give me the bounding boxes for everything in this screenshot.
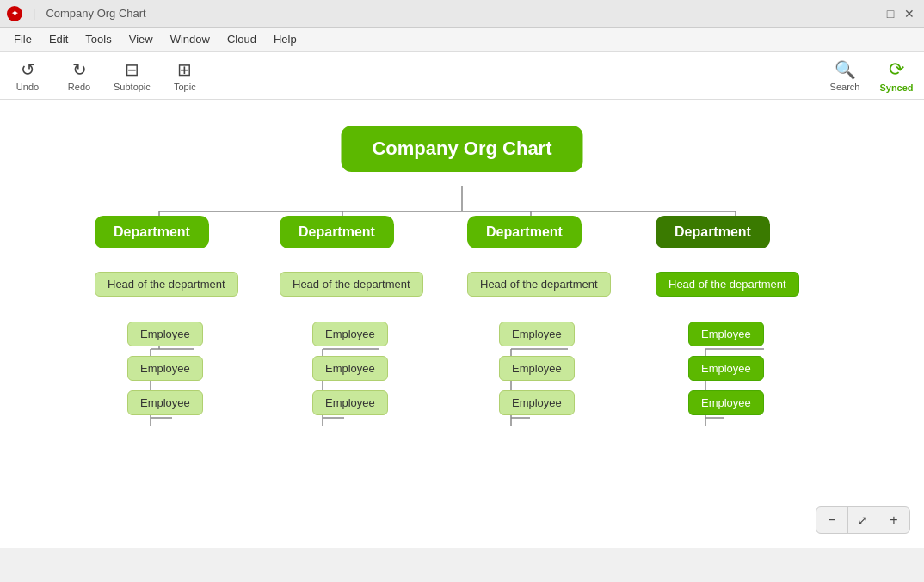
emp-3-1[interactable]: Employee	[499, 322, 575, 346]
menu-file[interactable]: File	[7, 31, 39, 47]
zoom-fit-icon: ⤢	[858, 513, 868, 527]
topic-icon: ⊞	[177, 59, 192, 80]
canvas[interactable]: Company Org Chart Department Department …	[0, 100, 924, 548]
topic-label: Topic	[174, 82, 196, 92]
subtopic-icon: ⊟	[125, 59, 139, 80]
menu-view[interactable]: View	[122, 31, 160, 47]
head-node-4[interactable]: Head of the department	[656, 272, 799, 297]
undo-icon: ↺	[21, 59, 35, 80]
title-bar: ✦ | Company Org Chart — □ ✕	[0, 0, 924, 28]
emp-4-2[interactable]: Employee	[688, 356, 764, 381]
emp-2-1[interactable]: Employee	[312, 322, 388, 346]
synced-icon: ⟳	[889, 58, 904, 81]
undo-label: Undo	[16, 82, 39, 92]
subtopic-label: Subtopic	[114, 82, 151, 92]
menu-help[interactable]: Help	[267, 31, 304, 47]
window-controls: — □ ✕	[864, 6, 917, 21]
undo-button[interactable]: ↺ Undo	[10, 59, 45, 92]
menu-window[interactable]: Window	[163, 31, 217, 47]
menu-tools[interactable]: Tools	[78, 31, 118, 47]
redo-icon: ↻	[72, 59, 87, 80]
redo-button[interactable]: ↻ Redo	[62, 59, 96, 92]
menu-bar: File Edit Tools View Window Cloud Help	[0, 28, 924, 52]
head-node-2[interactable]: Head of the department	[280, 272, 423, 297]
emp-2-3[interactable]: Employee	[312, 390, 388, 415]
emp-3-2[interactable]: Employee	[499, 356, 575, 381]
synced-button[interactable]: ⟳ Synced	[879, 58, 914, 93]
minimize-button[interactable]: —	[864, 6, 879, 21]
close-button[interactable]: ✕	[902, 6, 917, 21]
dept-node-4[interactable]: Department	[656, 216, 770, 248]
maximize-button[interactable]: □	[883, 6, 898, 21]
subtopic-button[interactable]: ⊟ Subtopic	[114, 59, 151, 92]
search-icon: 🔍	[835, 59, 856, 80]
emp-4-3[interactable]: Employee	[688, 390, 764, 415]
topic-button[interactable]: ⊞ Topic	[168, 59, 202, 92]
zoom-fit-button[interactable]: ⤢	[847, 507, 878, 533]
dept-node-2[interactable]: Department	[280, 216, 394, 248]
title-separator: |	[33, 7, 35, 20]
search-label: Search	[830, 82, 860, 92]
dept-node-1[interactable]: Department	[95, 216, 209, 248]
zoom-out-button[interactable]: −	[816, 507, 847, 533]
emp-1-2[interactable]: Employee	[127, 356, 203, 381]
toolbar: ↺ Undo ↻ Redo ⊟ Subtopic ⊞ Topic 🔍 Searc…	[0, 52, 924, 100]
synced-label: Synced	[879, 83, 913, 93]
root-node[interactable]: Company Org Chart	[341, 126, 582, 172]
zoom-controls: − ⤢ +	[816, 506, 910, 534]
zoom-in-button[interactable]: +	[878, 507, 909, 533]
head-node-3[interactable]: Head of the department	[467, 272, 611, 297]
emp-1-3[interactable]: Employee	[127, 390, 203, 415]
menu-edit[interactable]: Edit	[42, 31, 75, 47]
dept-node-3[interactable]: Department	[467, 216, 582, 248]
search-button[interactable]: 🔍 Search	[828, 59, 862, 92]
menu-cloud[interactable]: Cloud	[220, 31, 263, 47]
redo-label: Redo	[68, 82, 90, 92]
emp-1-1[interactable]: Employee	[127, 322, 203, 346]
emp-3-3[interactable]: Employee	[499, 390, 575, 415]
emp-4-1[interactable]: Employee	[688, 322, 764, 346]
document-title: Company Org Chart	[46, 7, 145, 20]
emp-2-2[interactable]: Employee	[312, 356, 388, 381]
app-icon: ✦	[7, 6, 22, 21]
head-node-1[interactable]: Head of the department	[95, 272, 238, 297]
